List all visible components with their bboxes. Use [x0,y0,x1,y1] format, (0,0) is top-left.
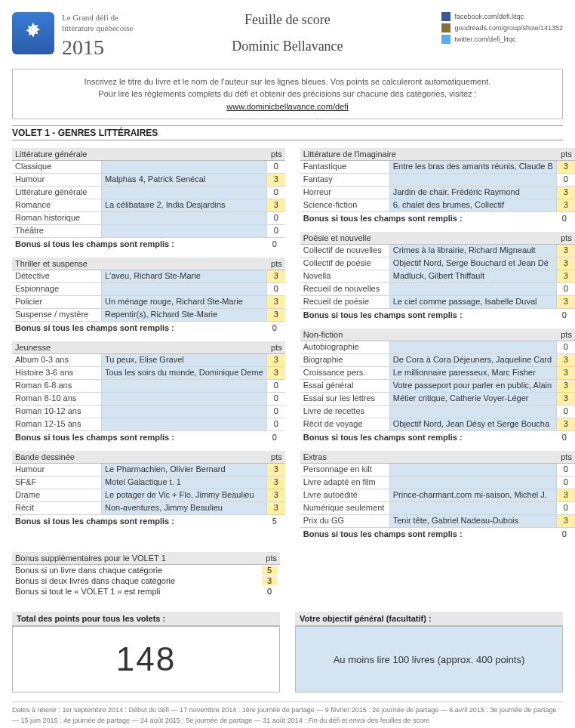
entry-row: Suspense / mystèreRepentir(s), Richard S… [12,309,285,322]
supp-row: Bonus si un livre dans chaque catégorie5 [12,565,280,575]
entry-input[interactable]: La célibataire 2, India Desjardins [101,199,267,211]
entry-input[interactable]: Le ciel comme passage, Isabelle Duval [389,296,557,308]
entry-input[interactable] [389,406,557,418]
entry-input[interactable]: Le Pharmachien, Olivier Bernard [101,464,267,476]
entry-row: DétectiveL'aveu, Richard Ste-Marie3 [12,270,285,283]
footer-dates: Dates à retenir : 1er septembre 2014 : D… [12,702,563,726]
entry-input[interactable]: Repentir(s), Richard Ste-Marie [101,309,267,321]
category: Thriller et suspenseptsDétectiveL'aveu, … [12,258,285,334]
bonus-label: Bonus si tous les champs sont remplis : [15,239,267,248]
entry-input[interactable] [389,502,557,514]
entry-input[interactable]: Malphas 4, Patrick Senécal [101,174,267,186]
goal-value[interactable]: Au moins lire 100 livres (approx. 400 po… [295,626,563,693]
entry-points: 3 [557,515,575,527]
entry-label: Drame [12,489,101,501]
entry-input[interactable]: Jardin de chair, Frédéric Raymond [389,187,557,199]
entry-input[interactable]: Entre les bras des amants réunis, Claude… [389,161,557,173]
bonus-points: 0 [557,310,572,319]
entry-points: 0 [267,225,285,237]
entry-row: HumourLe Pharmachien, Olivier Bernard3 [12,464,285,477]
entry-label: Recueil de nouvelles [300,283,389,295]
entry-input[interactable]: Un ménage rouge, Richard Ste-Marie [101,296,267,308]
entry-input[interactable] [101,212,267,224]
rules-link[interactable]: www.dominicbellavance.com/defi [226,102,348,111]
entry-label: Espionnage [12,283,101,295]
entry-label: Histoire 3-6 ans [12,367,101,379]
entry-row: Livre adapté en film0 [300,477,575,489]
entry-input[interactable] [389,477,557,489]
entry-input[interactable]: Tous les soirs du monde, Dominique Deme [101,367,267,379]
entry-row: Histoire 3-6 ansTous les soirs du monde,… [12,367,285,380]
entry-input[interactable] [101,187,267,199]
entry-input[interactable] [101,393,267,405]
bonus-points: 0 [557,529,572,538]
entry-input[interactable]: Votre passeport pour parler en public, A… [389,380,557,392]
entry-input[interactable]: Tu peux, Elise Gravel [101,354,267,366]
entry-input[interactable]: Prince-charmant.com mi-saison, Michel J. [389,489,557,501]
bonus-row: Bonus si tous les champs sont remplis :0 [300,528,575,540]
entry-row: Livre autoéditéPrince-charmant.com mi-sa… [300,489,575,502]
score-value: 148 [12,626,280,693]
entry-input[interactable]: Non-aventures, Jimmy Beaulieu [101,502,267,514]
entry-input[interactable]: Madluck, Gilbert Thiffault [389,270,557,282]
entry-label: Roman historique [12,212,101,224]
bonus-label: Bonus si tous les champs sont remplis : [15,323,267,332]
score-label: Total des points pour tous les volets : [12,612,280,626]
social-text: facebook.com/defi.litqc [454,13,524,20]
entry-input[interactable] [101,225,267,237]
columns: Littérature généraleptsClassique0HumourM… [12,148,563,548]
supp-title: Bonus supplémentaires pour le VOLET 1 [12,552,256,564]
entry-label: Biographie [300,354,389,366]
entry-input[interactable]: Métier critique, Catherie Voyer-Léger [389,393,557,405]
entry-row: Littérature générale0 [12,187,285,199]
entry-input[interactable] [389,174,557,186]
entry-input[interactable]: Tenir tête, Gabriel Nadeau-Dubois [389,515,557,527]
entry-row: Croissance pers.Le millionnaire paresseu… [300,367,575,380]
entry-input[interactable]: 6, chalet des brumes, Collectif [389,199,557,211]
entry-input[interactable]: Objectif Nord, Serge Bouchard et Jean Dé [389,258,557,270]
entry-input[interactable]: L'aveu, Richard Ste-Marie [101,270,267,282]
entry-points: 0 [557,502,575,514]
entry-input[interactable] [101,380,267,392]
entry-points: 3 [557,258,575,270]
entry-input[interactable] [101,418,267,430]
entry-points: 0 [267,406,285,418]
entry-input[interactable] [389,341,557,353]
entry-input[interactable] [101,406,267,418]
entry-points: 3 [267,309,285,321]
social-link[interactable]: facebook.com/defi.litqc [441,12,563,21]
entry-points: 0 [557,464,575,476]
bonus-points: 5 [267,517,282,526]
entry-input[interactable] [101,283,267,295]
entry-row: Classique0 [12,161,285,174]
entry-input[interactable] [101,161,267,173]
entry-input[interactable]: Le millionnaire paresseux, Marc Fisher [389,367,557,379]
entry-input[interactable]: Le potager de Vic + Flo, Jimmy Beaulieu [101,489,267,501]
bonus-row: Bonus si tous les champs sont remplis :0 [12,431,285,443]
category: Littérature généraleptsClassique0HumourM… [12,148,285,250]
entry-label: Théâtre [12,225,101,237]
entry-input[interactable] [389,464,557,476]
entry-input[interactable]: De Cora à Cora Déjeuners, Jaqueline Card [389,354,557,366]
entry-row: Personnage en kilt0 [300,464,575,477]
pts-header: pts [261,451,285,463]
entry-row: Fantasy0 [300,174,575,187]
entry-input[interactable]: Objectif Nord, Jean Désy et Serge Boucha [389,418,557,430]
entry-points: 3 [557,270,575,282]
category-name: Extras [300,451,551,463]
entry-label: Science-fiction [300,199,389,211]
gr-icon [441,23,450,32]
entry-row: Théâtre0 [12,225,285,238]
social-link[interactable]: twitter.com/defi_litqc [441,35,563,44]
entry-label: Personnage en kilt [300,464,389,476]
entry-row: FantastiqueEntre les bras des amants réu… [300,161,575,174]
entry-input[interactable]: Crimes à la librairie, Richard Migneault [389,245,557,257]
entry-label: Essai sur les lettres [300,393,389,405]
entry-row: Collectif de nouvellesCrimes à la librai… [300,245,575,258]
entry-row: Recueil de nouvelles0 [300,283,575,296]
social-link[interactable]: goodreads.com/group/show/141352 [441,23,563,32]
category-name: Thriller et suspense [12,258,261,270]
entry-input[interactable] [389,283,557,295]
entry-label: SF&F [12,477,101,489]
entry-input[interactable]: Motel Galactique t. 1 [101,477,267,489]
